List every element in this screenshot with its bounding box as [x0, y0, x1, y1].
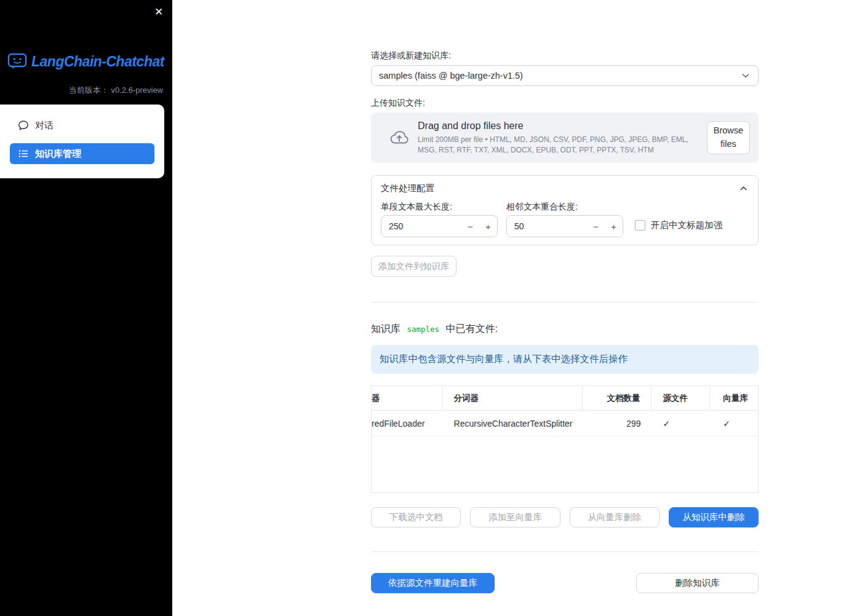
sidebar-item-dialogue[interactable]: 对话 [10, 115, 154, 136]
menu-item-label: 对话 [35, 120, 54, 132]
cell-source-file-check: ✓ [652, 411, 710, 436]
column-header-doc-count[interactable]: 文档数量 [583, 386, 652, 410]
logo-text: LangChain-Chatchat [31, 53, 164, 70]
menu-item-label: 知识库管理 [35, 148, 81, 160]
column-header-loader[interactable]: 器 [372, 386, 443, 410]
cloud-upload-icon [388, 128, 410, 147]
sidebar-menu: 对话 知识库管理 [0, 105, 164, 178]
rebuild-vector-store-button[interactable]: 依据源文件重建向量库 [371, 573, 495, 593]
decrement-button[interactable]: − [461, 216, 479, 237]
overlap-value: 50 [507, 221, 587, 231]
zh-title-enhance-checkbox[interactable]: 开启中文标题加强 [635, 219, 722, 231]
max-length-value: 250 [381, 221, 461, 231]
dropzone-title: Drag and drop files here [418, 120, 707, 132]
dropzone-subtitle: Limit 200MB per file • HTML, MD, JSON, C… [418, 135, 707, 154]
cell-doc-count: 299 [583, 411, 652, 436]
version-label: 当前版本： v0.2.6-preview [69, 85, 163, 96]
kb-select-label: 请选择或新建知识库: [371, 50, 451, 61]
kb-name-code: samples [404, 324, 442, 334]
chat-bubble-icon [18, 120, 29, 131]
upload-label: 上传知识文件: [371, 98, 425, 109]
dropzone-text: Drag and drop files here Limit 200MB per… [418, 120, 707, 154]
download-selected-button[interactable]: 下载选中文档 [371, 507, 461, 527]
increment-button[interactable]: + [479, 216, 497, 237]
existing-files-prefix: 知识库 [371, 323, 401, 334]
list-icon [18, 148, 29, 159]
max-length-label: 单段文本最大长度: [381, 202, 452, 213]
checkbox-label: 开启中文标题加强 [651, 219, 722, 231]
add-to-vector-store-button[interactable]: 添加至向量库 [470, 507, 560, 527]
expander-title: 文件处理配置 [381, 183, 434, 194]
kb-select[interactable]: samples (faiss @ bge-large-zh-v1.5) [371, 65, 759, 86]
cell-loader: redFileLoader [372, 411, 443, 436]
increment-button[interactable]: + [605, 216, 623, 237]
column-header-splitter[interactable]: 分词器 [443, 386, 583, 410]
table-header-row: 器 分词器 文档数量 源文件 向量库 [372, 386, 758, 411]
info-message: 知识库中包含源文件与向量库，请从下表中选择文件后操作 [371, 345, 759, 374]
chat-logo-icon [7, 53, 27, 70]
divider [371, 302, 759, 302]
browse-files-button[interactable]: Browse files [707, 121, 750, 154]
max-length-input[interactable]: 250 − + [381, 215, 498, 237]
chevron-up-icon[interactable] [739, 184, 748, 193]
chevron-down-icon [741, 71, 751, 81]
overlap-input[interactable]: 50 − + [506, 215, 623, 237]
column-header-source-file[interactable]: 源文件 [652, 386, 710, 410]
files-table[interactable]: 器 分词器 文档数量 源文件 向量库 redFileLoader Recursi… [371, 385, 759, 493]
checkbox-box[interactable] [635, 220, 645, 231]
logo: LangChain-Chatchat [7, 53, 164, 70]
file-config-expander: 文件处理配置 单段文本最大长度: 250 − + 相邻文本重合长度: 50 − … [371, 175, 759, 245]
file-dropzone[interactable]: Drag and drop files here Limit 200MB per… [371, 113, 759, 163]
column-header-vector-store[interactable]: 向量库 [710, 386, 758, 410]
close-sidebar-button[interactable]: ✕ [150, 4, 167, 21]
cell-splitter: RecursiveCharacterTextSplitter [443, 411, 583, 436]
main-content: 请选择或新建知识库: samples (faiss @ bge-large-zh… [371, 0, 759, 616]
table-row[interactable]: redFileLoader RecursiveCharacterTextSpli… [372, 411, 758, 436]
cell-vector-store-check: ✓ [710, 411, 758, 436]
file-action-buttons: 下载选中文档 添加至向量库 从向量库删除 从知识库中删除 [371, 507, 759, 527]
add-files-to-kb-button[interactable]: 添加文件到知识库 [371, 256, 456, 277]
divider [371, 551, 759, 552]
sidebar-item-knowledge-base[interactable]: 知识库管理 [10, 143, 154, 164]
overlap-label: 相邻文本重合长度: [506, 202, 578, 213]
delete-kb-button[interactable]: 删除知识库 [636, 573, 759, 593]
delete-from-kb-button[interactable]: 从知识库中删除 [669, 507, 759, 527]
existing-files-heading: 知识库 samples 中已有文件: [371, 323, 498, 336]
kb-select-value: samples (faiss @ bge-large-zh-v1.5) [379, 71, 741, 81]
decrement-button[interactable]: − [587, 216, 605, 237]
existing-files-suffix: 中已有文件: [446, 323, 498, 334]
sidebar: ✕ LangChain-Chatchat 当前版本： v0.2.6-previe… [0, 0, 172, 616]
delete-from-vector-store-button[interactable]: 从向量库删除 [570, 507, 660, 527]
